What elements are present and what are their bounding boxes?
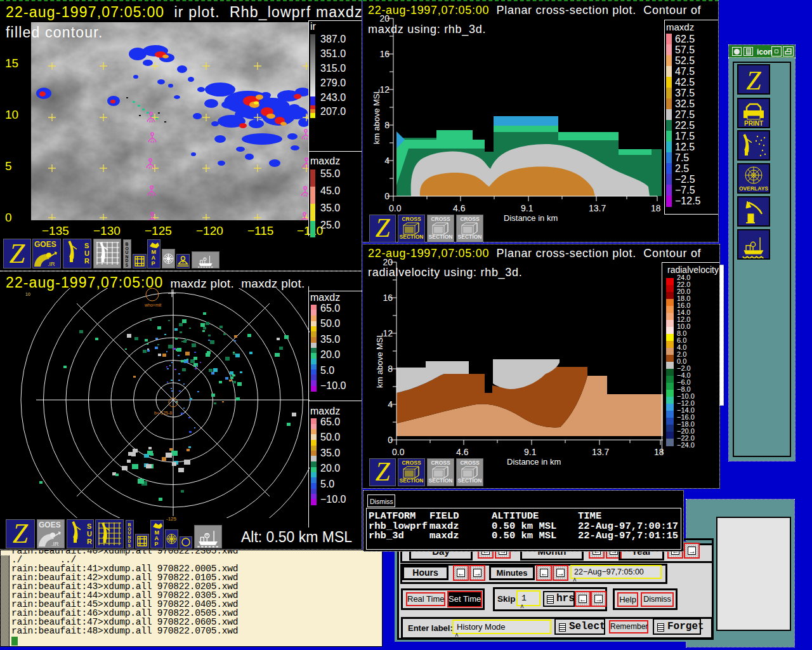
svg-text:S: S (87, 522, 91, 530)
svg-text:SECTION: SECTION (458, 234, 482, 240)
svg-text:CROSS: CROSS (402, 460, 421, 466)
svg-text:Z: Z (746, 66, 761, 93)
svg-text:.IR: .IR (48, 261, 55, 267)
svg-text:Z: Z (10, 239, 26, 268)
svg-text:U: U (84, 249, 89, 257)
svg-text:SECTION: SECTION (400, 234, 424, 240)
svg-text:S: S (128, 543, 131, 548)
svg-text:CROSS: CROSS (431, 460, 450, 466)
svg-text:10: 10 (25, 292, 30, 296)
svg-text:PRINT: PRINT (744, 120, 763, 127)
svg-text:R: R (87, 538, 92, 545)
svg-text:CROSS: CROSS (402, 216, 421, 222)
svg-text:SECTION: SECTION (429, 477, 453, 484)
svg-text:Z: Z (375, 459, 390, 486)
svg-text:SECTION: SECTION (458, 477, 482, 484)
svg-text:who=mit: who=mit (144, 303, 161, 307)
svg-text:SECTION: SECTION (429, 234, 453, 240)
svg-text:CROSS: CROSS (460, 216, 480, 222)
svg-text:OVERLAYS: OVERLAYS (739, 185, 768, 192)
svg-text:S: S (126, 263, 129, 267)
svg-text:Z: Z (13, 520, 29, 548)
svg-text:R: R (84, 257, 89, 265)
svg-text:S: S (84, 242, 89, 249)
svg-text:CROSS: CROSS (431, 216, 450, 222)
svg-text:U: U (87, 530, 92, 538)
svg-text:b<-125-8: b<-125-8 (154, 411, 172, 415)
svg-text:CROSS: CROSS (460, 460, 480, 466)
svg-text:Z: Z (375, 215, 390, 242)
svg-text:.IR: .IR (51, 541, 59, 547)
svg-text:P: P (152, 260, 155, 267)
svg-text:GOES: GOES (39, 521, 61, 529)
svg-text:-125: -125 (166, 516, 177, 522)
svg-text:GOES: GOES (34, 240, 56, 249)
svg-text:SECTION: SECTION (400, 477, 424, 484)
svg-text:P: P (155, 541, 159, 547)
